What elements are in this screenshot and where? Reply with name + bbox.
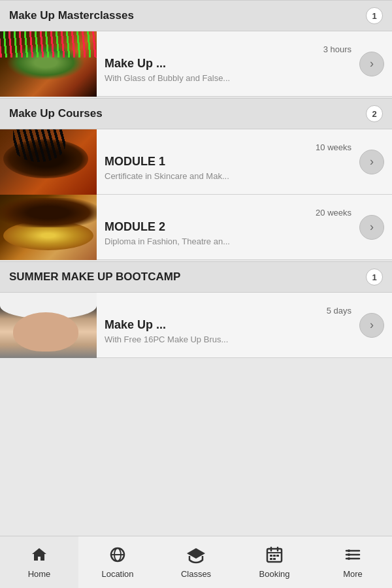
section-courses: Make Up Courses 2 10 weeks MODULE 1 Cert… xyxy=(0,98,392,260)
location-icon xyxy=(108,546,127,566)
section-header-masterclasses: Make Up Masterclasses 1 xyxy=(0,0,392,31)
item-image-c1 xyxy=(0,129,97,195)
section-header-courses: Make Up Courses 2 xyxy=(0,98,392,129)
item-duration-bc1: 5 days xyxy=(105,306,351,316)
bottom-nav: Home Location Classes xyxy=(0,536,392,588)
section-badge-courses: 2 xyxy=(366,105,383,122)
item-subtitle-c2: Diploma in Fashion, Theatre an... xyxy=(105,237,351,246)
item-duration-mc1: 3 hours xyxy=(105,44,351,54)
nav-item-home[interactable]: Home xyxy=(0,536,78,588)
item-content-bc1: 5 days Make Up ... With Free 16PC Make U… xyxy=(97,301,359,350)
item-title-bc1: Make Up ... xyxy=(105,318,351,332)
section-bootcamp: SUMMER MAKE UP BOOTCAMP 1 5 days Make Up… xyxy=(0,261,392,358)
nav-label-location: Location xyxy=(101,569,133,579)
svg-point-16 xyxy=(348,553,350,556)
nav-label-more: More xyxy=(343,569,363,579)
item-arrow-c1[interactable]: › xyxy=(359,150,384,174)
item-content-c1: 10 weeks MODULE 1 Certificate in Skincar… xyxy=(97,137,359,186)
item-arrow-mc1[interactable]: › xyxy=(359,52,384,76)
more-icon xyxy=(344,546,362,566)
item-subtitle-bc1: With Free 16PC Make Up Brus... xyxy=(105,335,351,344)
item-image-c2 xyxy=(0,195,97,260)
nav-item-location[interactable]: Location xyxy=(78,536,157,588)
list-item-mc1[interactable]: 3 hours Make Up ... With Glass of Bubbly… xyxy=(0,31,392,97)
svg-rect-8 xyxy=(273,555,276,557)
nav-item-more[interactable]: More xyxy=(314,536,392,588)
section-title-masterclasses: Make Up Masterclasses xyxy=(9,9,134,22)
item-title-c2: MODULE 2 xyxy=(105,220,351,234)
list-item-c1[interactable]: 10 weeks MODULE 1 Certificate in Skincar… xyxy=(0,129,392,195)
item-subtitle-mc1: With Glass of Bubbly and False... xyxy=(105,73,351,83)
svg-rect-9 xyxy=(276,555,279,557)
item-subtitle-c1: Certificate in Skincare and Mak... xyxy=(105,171,351,181)
section-badge-masterclasses: 1 xyxy=(366,7,383,24)
classes-icon xyxy=(186,546,206,566)
item-title-mc1: Make Up ... xyxy=(105,57,351,71)
item-content-mc1: 3 hours Make Up ... With Glass of Bubbly… xyxy=(97,39,359,88)
content-area: Make Up Masterclasses 1 3 hours Make Up … xyxy=(0,0,392,536)
item-duration-c1: 10 weeks xyxy=(105,142,351,152)
svg-rect-11 xyxy=(273,558,276,560)
section-masterclasses: Make Up Masterclasses 1 3 hours Make Up … xyxy=(0,0,392,97)
nav-label-home: Home xyxy=(28,569,51,579)
item-image-mc1 xyxy=(0,31,97,97)
item-arrow-bc1[interactable]: › xyxy=(359,313,384,338)
section-badge-bootcamp: 1 xyxy=(366,269,383,286)
section-title-bootcamp: SUMMER MAKE UP BOOTCAMP xyxy=(9,270,180,284)
svg-rect-7 xyxy=(270,555,272,557)
item-arrow-c2[interactable]: › xyxy=(359,215,384,240)
nav-label-classes: Classes xyxy=(181,569,211,579)
svg-point-17 xyxy=(348,557,350,560)
list-item-bc1[interactable]: 5 days Make Up ... With Free 16PC Make U… xyxy=(0,293,392,358)
section-header-bootcamp: SUMMER MAKE UP BOOTCAMP 1 xyxy=(0,261,392,293)
item-image-bc1 xyxy=(0,293,97,358)
nav-item-booking[interactable]: Booking xyxy=(235,536,314,588)
nav-label-booking: Booking xyxy=(259,569,290,579)
item-duration-c2: 20 weeks xyxy=(105,208,351,218)
booking-icon xyxy=(265,546,284,566)
svg-rect-10 xyxy=(270,558,272,560)
nav-item-classes[interactable]: Classes xyxy=(157,536,235,588)
item-content-c2: 20 weeks MODULE 2 Diploma in Fashion, Th… xyxy=(97,203,359,252)
list-item-c2[interactable]: 20 weeks MODULE 2 Diploma in Fashion, Th… xyxy=(0,195,392,260)
item-title-c1: MODULE 1 xyxy=(105,155,351,169)
home-icon xyxy=(30,546,48,566)
section-title-courses: Make Up Courses xyxy=(9,107,103,120)
svg-point-15 xyxy=(348,549,350,552)
